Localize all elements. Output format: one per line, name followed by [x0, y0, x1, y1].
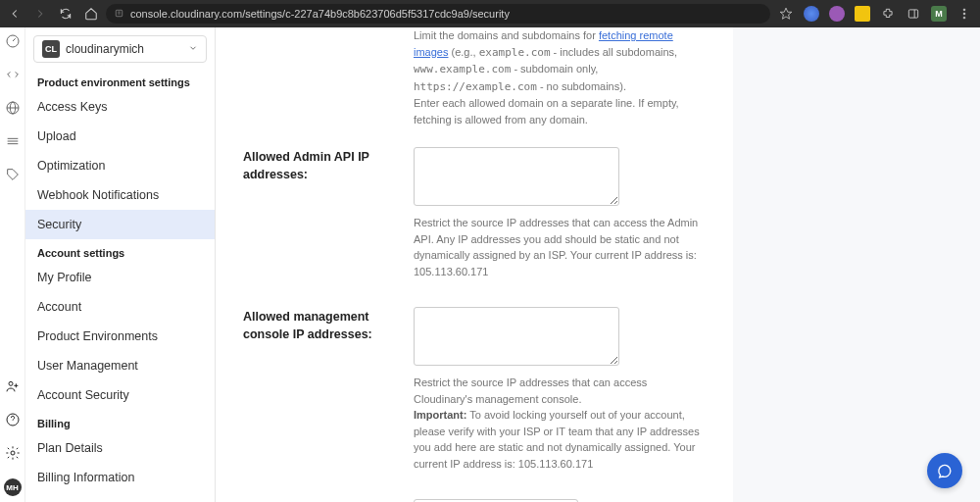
right-empty-pane	[733, 27, 980, 502]
browser-menu-icon[interactable]	[956, 6, 972, 22]
sidebar-section-explore: Explore	[25, 492, 215, 502]
sidebar-item-webhook[interactable]: Webhook Notifications	[25, 180, 215, 210]
sidebar-item-access-keys[interactable]: Access Keys	[25, 92, 215, 122]
extension-1-icon[interactable]	[804, 6, 819, 22]
sidebar-item-upload[interactable]: Upload	[25, 122, 215, 151]
sidebar-section-account: Account settings	[25, 239, 215, 263]
rail-user-icon[interactable]	[5, 378, 21, 394]
rail-globe-icon[interactable]	[5, 100, 21, 116]
home-icon[interactable]	[84, 7, 98, 21]
sidebar-section-product-env: Product environment settings	[25, 69, 215, 92]
rail-code-icon[interactable]	[5, 67, 21, 82]
sidebar-item-product-envs[interactable]: Product Environments	[25, 322, 215, 351]
sidebar-item-billing-info[interactable]: Billing Information	[25, 463, 215, 492]
sidebar-item-plan-details[interactable]: Plan Details	[25, 433, 215, 463]
side-panel-icon[interactable]	[906, 6, 921, 22]
mgmt-console-ip-label: Allowed management console IP addresses:	[243, 307, 390, 343]
settings-sidebar: CL cloudinarymich Product environment se…	[25, 27, 216, 502]
svg-rect-0	[116, 10, 122, 16]
url-bar[interactable]: console.cloudinary.com/settings/c-227a74…	[106, 4, 770, 24]
sidebar-item-my-profile[interactable]: My Profile	[25, 263, 215, 292]
rail-layers-icon[interactable]	[5, 133, 21, 149]
sidebar-item-security[interactable]: Security	[25, 210, 215, 239]
extension-2-icon[interactable]	[829, 6, 845, 22]
svg-point-4	[963, 13, 965, 15]
sidebar-item-account[interactable]: Account	[25, 292, 215, 322]
admin-api-ip-label: Allowed Admin API IP addresses:	[243, 147, 390, 183]
admin-api-ip-help: Restrict the source IP addresses that ca…	[414, 215, 706, 279]
svg-point-3	[963, 9, 965, 11]
svg-point-11	[11, 451, 15, 455]
icon-rail: MH	[0, 27, 25, 502]
admin-api-ip-textarea[interactable]	[414, 147, 619, 206]
rail-user-avatar[interactable]: MH	[4, 478, 22, 496]
svg-rect-1	[908, 10, 917, 18]
sidebar-item-account-security[interactable]: Account Security	[25, 380, 215, 410]
main-content: Limit the domains and subdomains for fet…	[216, 27, 733, 502]
rail-tag-icon[interactable]	[5, 167, 21, 182]
bookmark-star-icon[interactable]	[778, 6, 794, 22]
extensions-icon[interactable]	[880, 6, 896, 22]
browser-profile-avatar[interactable]: M	[931, 6, 947, 22]
svg-point-5	[963, 17, 965, 19]
site-info-icon[interactable]	[114, 8, 124, 21]
rail-settings-icon[interactable]	[5, 445, 21, 461]
chevron-down-icon	[188, 42, 198, 56]
svg-point-9	[9, 381, 13, 385]
sidebar-item-optimization[interactable]: Optimization	[25, 151, 215, 180]
browser-top-bar: console.cloudinary.com/settings/c-227a74…	[0, 0, 980, 27]
mgmt-console-ip-help: Restrict the source IP addresses that ca…	[414, 375, 706, 472]
back-icon[interactable]	[8, 7, 22, 21]
help-fab-button[interactable]	[927, 453, 962, 488]
sidebar-section-billing: Billing	[25, 410, 215, 433]
rail-dashboard-icon[interactable]	[5, 33, 21, 49]
forward-icon	[33, 7, 47, 21]
env-badge: CL	[42, 40, 60, 58]
mgmt-console-ip-textarea[interactable]	[414, 307, 619, 366]
reload-icon[interactable]	[59, 7, 73, 21]
url-text: console.cloudinary.com/settings/c-227a74…	[130, 8, 510, 20]
extension-3-icon[interactable]	[855, 6, 870, 22]
sidebar-item-user-mgmt[interactable]: User Management	[25, 351, 215, 380]
fetch-domains-help: Limit the domains and subdomains for fet…	[414, 27, 706, 127]
env-name: cloudinarymich	[66, 42, 144, 56]
rail-help-icon[interactable]	[5, 412, 21, 427]
environment-selector[interactable]: CL cloudinarymich	[33, 35, 207, 63]
